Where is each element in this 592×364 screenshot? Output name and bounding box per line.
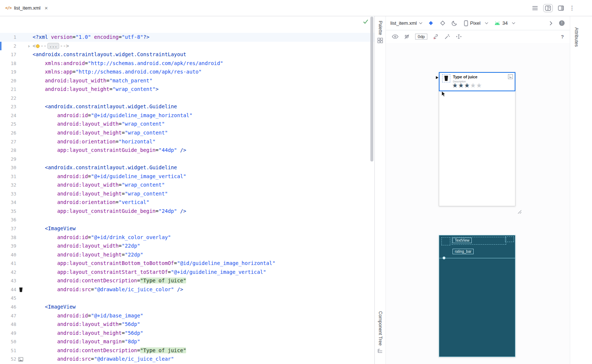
- help-icon[interactable]: ?: [561, 34, 564, 40]
- menu-icon[interactable]: [532, 6, 538, 11]
- code-line-42[interactable]: 42 app:layout_constraintStart_toStartOf=…: [0, 268, 374, 277]
- code-line-38[interactable]: 38 android:id="@+id/drink_color_overlay": [0, 233, 374, 242]
- code-text: <androidx.constraintlayout.widget.Guidel…: [33, 102, 374, 111]
- code-line-46[interactable]: 46 <ImageView: [0, 303, 374, 312]
- folded-region-pill[interactable]: ...: [47, 43, 59, 49]
- resize-handle[interactable]: [516, 208, 522, 215]
- attributes-label: Attributes: [574, 27, 579, 47]
- code-lines: 1<?xml version="1.0" encoding="utf-8"?>2…: [0, 33, 374, 364]
- design-surface-icon[interactable]: [428, 20, 434, 26]
- chevron-down-icon: [512, 21, 515, 24]
- code-line-27[interactable]: 27 android:orientation="horizontal": [0, 137, 374, 146]
- design-view-icon[interactable]: [558, 6, 564, 11]
- code-line-40[interactable]: 40 android:layout_height="22dp": [0, 251, 374, 259]
- inspection-ok-icon[interactable]: [363, 19, 369, 25]
- line-number: 49: [0, 329, 16, 338]
- view-options-eye-icon[interactable]: [392, 34, 398, 39]
- tab-list-item-xml[interactable]: </> list_item.xml ×: [0, 0, 52, 16]
- infer-constraints-wand-icon[interactable]: [444, 34, 450, 40]
- default-margin-selector[interactable]: 0dp: [415, 34, 427, 40]
- component-tree-icon: [377, 348, 383, 354]
- gutter-space: [16, 137, 25, 146]
- code-line-18[interactable]: 18 xmlns:android="http://schemas.android…: [0, 59, 374, 68]
- palette-tool-button[interactable]: Palette: [375, 21, 386, 43]
- chevron-right-icon[interactable]: [549, 21, 552, 25]
- juice-preview-gutter-icon[interactable]: [16, 285, 25, 294]
- clear-constraints-icon[interactable]: [433, 34, 439, 40]
- code-text: android:layout_height="56dp": [33, 329, 374, 338]
- code-line-25[interactable]: 25 android:layout_width="wrap_content": [0, 120, 374, 129]
- code-line-31[interactable]: 31 android:id="@+id/guideline_image_vert…: [0, 172, 374, 181]
- line-number: 48: [0, 320, 16, 329]
- editor-scrollbar[interactable]: [370, 17, 373, 161]
- code-line-47[interactable]: 47 android:id="@+id/base_image": [0, 312, 374, 320]
- code-line-32[interactable]: 32 android:layout_width="wrap_content": [0, 181, 374, 190]
- code-line-28[interactable]: 28 app:layout_constraintGuide_begin="44d…: [0, 146, 374, 155]
- gutter-space: [16, 146, 25, 155]
- code-line-35[interactable]: 35 app:layout_constraintGuide_begin="24d…: [0, 207, 374, 216]
- fold-space: [25, 312, 33, 320]
- code-line-37[interactable]: 37 <ImageView: [0, 224, 374, 233]
- split-view-icon[interactable]: [543, 4, 553, 12]
- code-line-19[interactable]: 19 xmlns:app="http://schemas.android.com…: [0, 68, 374, 76]
- palette-icon: [377, 38, 383, 43]
- code-text: [33, 215, 374, 224]
- blueprint-rating-bar-label[interactable]: rating_bar: [453, 249, 474, 254]
- selected-component-overlay[interactable]: Type of juice Description ★★★★★: [439, 72, 515, 91]
- autoconnect-magnet-icon[interactable]: [404, 34, 410, 40]
- code-line-21[interactable]: 21 android:layout_height="wrap_content">: [0, 85, 374, 94]
- code-line-26[interactable]: 26 android:layout_height="wrap_content": [0, 129, 374, 137]
- image-preview-gutter-icon[interactable]: [16, 355, 25, 364]
- night-mode-icon[interactable]: [451, 20, 457, 26]
- blueprint-textview-label[interactable]: TextView: [453, 238, 472, 243]
- layout-preview-card[interactable]: Type of juice Description ★★★★★: [439, 72, 515, 206]
- code-line-24[interactable]: 24 android:id="@+id/guideline_image_hori…: [0, 111, 374, 120]
- code-line-34[interactable]: 34 android:orientation="vertical": [0, 198, 374, 207]
- code-text: android:orientation="vertical": [33, 198, 374, 207]
- star-icon: ★: [476, 82, 482, 89]
- fold-space: [25, 50, 33, 59]
- code-line-39[interactable]: 39 android:layout_width="22dp": [0, 242, 374, 251]
- code-text: android:layout_height="wrap_content">: [33, 85, 374, 94]
- design-file-selector[interactable]: list_item.xml: [390, 20, 422, 26]
- code-line-17[interactable]: 17<androidx.constraintlayout.widget.Cons…: [0, 50, 374, 59]
- code-line-43[interactable]: 43 android:contentDescription="Type of j…: [0, 276, 374, 285]
- blueprint-preview[interactable]: TextView rating_bar: [439, 235, 515, 357]
- code-line-20[interactable]: 20 android:layout_width="match_parent": [0, 76, 374, 85]
- code-line-36[interactable]: 36: [0, 215, 374, 224]
- code-line-48[interactable]: 48 android:layout_width="56dp": [0, 320, 374, 329]
- phone-icon: [464, 20, 468, 26]
- component-tree-tool-button[interactable]: Component Tree: [375, 311, 386, 354]
- code-line-51[interactable]: 51 android:contentDescription="Type of j…: [0, 346, 374, 355]
- code-line-49[interactable]: 49 android:layout_height="56dp": [0, 329, 374, 338]
- fold-space: [25, 76, 33, 85]
- intention-bulb-icon[interactable]: [36, 44, 40, 48]
- code-line-22[interactable]: 22: [0, 94, 374, 103]
- code-text: <?xml version="1.0" encoding="utf-8"?>: [33, 33, 374, 42]
- code-line-1[interactable]: 1<?xml version="1.0" encoding="utf-8"?>: [0, 33, 374, 42]
- issues-icon[interactable]: !: [559, 20, 565, 26]
- surface-mode-icons: [428, 20, 457, 26]
- code-editor[interactable]: 1<?xml version="1.0" encoding="utf-8"?>2…: [0, 16, 374, 364]
- code-line-44[interactable]: 44 android:src="@drawable/ic_juice_color…: [0, 285, 374, 294]
- code-line-23[interactable]: 23 <androidx.constraintlayout.widget.Gui…: [0, 102, 374, 111]
- code-line-30[interactable]: 30 <androidx.constraintlayout.widget.Gui…: [0, 163, 374, 172]
- attributes-tool-button[interactable]: Attributes: [571, 27, 582, 47]
- code-line-50[interactable]: 50 android:layout_margin="8dp": [0, 337, 374, 346]
- code-line-45[interactable]: 45: [0, 294, 374, 303]
- code-line-52[interactable]: 52 android:src="@drawable/ic_juice_clear…: [0, 355, 374, 364]
- fold-collapsed-icon[interactable]: ›: [25, 42, 33, 51]
- code-line-41[interactable]: 41 app:layout_constraintBottom_toBottomO…: [0, 259, 374, 268]
- code-line-29[interactable]: 29: [0, 155, 374, 164]
- close-tab-icon[interactable]: ×: [44, 5, 48, 11]
- design-canvas[interactable]: Type of juice Description ★★★★★: [386, 43, 570, 364]
- juice-icon-selection-box[interactable]: [442, 74, 450, 82]
- design-toolbar-secondary: 0dp ?: [386, 30, 570, 43]
- guideline-ibeam-icon[interactable]: [456, 34, 462, 39]
- code-line-2[interactable]: 2›<--...-->: [0, 42, 374, 51]
- api-level-selector[interactable]: 34: [494, 20, 515, 26]
- code-line-33[interactable]: 33 android:layout_height="wrap_content": [0, 190, 374, 198]
- device-selector[interactable]: Pixel: [464, 20, 488, 26]
- blueprint-surface-icon[interactable]: [440, 20, 446, 26]
- more-options-icon[interactable]: ⋮: [569, 4, 575, 11]
